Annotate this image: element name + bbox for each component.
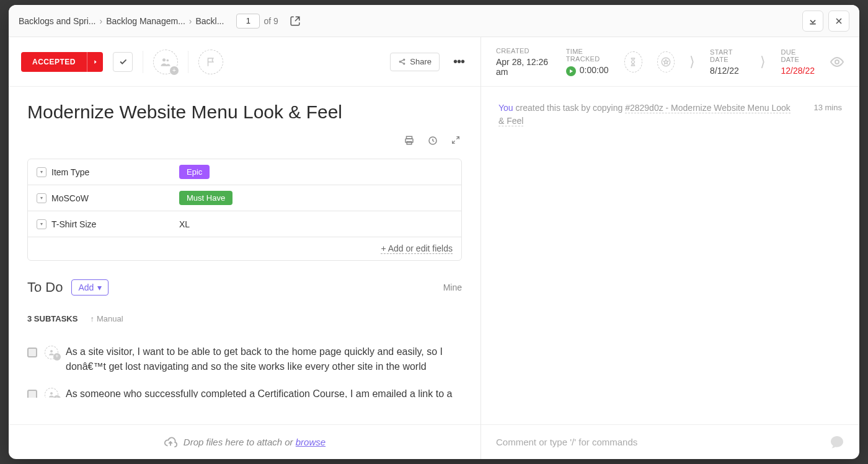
caret-down-icon: ▾ (97, 282, 102, 292)
subtask-status-checkbox[interactable] (27, 348, 37, 357)
svg-point-0 (162, 58, 166, 61)
todo-header: To Do Add ▾ Mine (27, 279, 462, 295)
breadcrumb: Backlogs and Spri... › Backlog Managem..… (19, 16, 224, 26)
svg-point-3 (404, 59, 405, 60)
divider-angle: ⟩ (689, 54, 695, 70)
status-next-icon[interactable] (87, 52, 103, 72)
arrow-up-icon: ↑ (90, 314, 94, 323)
svg-point-9 (50, 350, 53, 352)
svg-point-10 (50, 392, 53, 395)
subtask-assign-button[interactable]: + (45, 388, 58, 398)
activity-item: You created this task by copying #2829d0… (498, 102, 842, 128)
task-modal: Backlogs and Spri... › Backlog Managem..… (9, 5, 859, 459)
subtask-title[interactable]: As a site visitor, I want to be able to … (66, 344, 462, 374)
expand-icon[interactable] (451, 135, 462, 146)
subtask-row: + As someone who successfully completed … (27, 380, 462, 398)
add-subtask-button[interactable]: Add ▾ (71, 279, 108, 295)
start-date-value: 8/12/22 (710, 66, 745, 76)
field-value-pill: Epic (179, 165, 210, 179)
custom-fields-table: ▾ Item Type Epic ▾ MoSCoW Must (27, 159, 462, 261)
field-label: Item Type (51, 167, 89, 177)
field-value-pill: Must Have (179, 191, 232, 205)
plus-icon: + (53, 353, 61, 361)
open-new-icon[interactable] (290, 15, 301, 27)
subtasks-meta: 3 SUBTASKS ↑ Manual (27, 314, 462, 323)
status-button[interactable]: ACCEPTED (21, 52, 103, 72)
created-block: CREATED Apr 28, 12:26 am (496, 47, 551, 77)
subtasks-count: 3 SUBTASKS (27, 314, 78, 323)
share-label: Share (410, 57, 432, 66)
comment-input[interactable] (496, 437, 822, 447)
activity-text: created this task by copying (513, 103, 626, 113)
print-icon[interactable] (404, 135, 415, 146)
field-row-tshirt[interactable]: ▾ T-Shirt Size XL (28, 211, 461, 237)
sprint-points-button[interactable] (657, 51, 675, 72)
attachments-dropzone[interactable]: Drop files here to attach or browse (9, 424, 480, 459)
comment-bar (481, 424, 859, 459)
complete-check-button[interactable] (113, 52, 133, 72)
top-bar: Backlogs and Spri... › Backlog Managem..… (9, 5, 859, 37)
due-date-value: 12/28/22 (781, 66, 815, 76)
field-row-moscow[interactable]: ▾ MoSCoW Must Have (28, 185, 461, 211)
watch-icon[interactable] (830, 55, 844, 69)
chevron-right-icon: › (100, 16, 103, 26)
time-tracked-block[interactable]: TIME TRACKED 0:00:00 (566, 48, 609, 76)
svg-point-2 (399, 61, 401, 62)
close-button[interactable] (828, 11, 849, 32)
dropdown-icon: ▾ (37, 219, 46, 229)
created-value: Apr 28, 12:26 am (496, 57, 551, 77)
browse-link[interactable]: browse (296, 437, 326, 447)
activity-feed: You created this task by copying #2829d0… (481, 87, 859, 424)
left-toolbar: ACCEPTED + (9, 37, 480, 87)
plus-icon: + (53, 395, 61, 398)
due-date-block[interactable]: DUE DATE 12/28/22 (781, 48, 815, 76)
created-label: CREATED (496, 47, 551, 55)
svg-point-1 (167, 59, 169, 61)
add-edit-fields-link[interactable]: + Add or edit fields (381, 243, 453, 254)
subtask-title[interactable]: As someone who successfully completed a … (66, 387, 462, 398)
page-total: of 9 (264, 16, 278, 26)
activity-time: 13 mins (801, 102, 842, 114)
time-value: 0:00:00 (566, 65, 609, 76)
crumb-2[interactable]: Backl... (195, 16, 224, 26)
time-label: TIME TRACKED (566, 48, 609, 63)
assign-people-button[interactable]: + (153, 50, 178, 74)
estimate-button[interactable] (624, 51, 642, 72)
svg-point-4 (404, 63, 405, 64)
field-label: T-Shirt Size (51, 219, 96, 229)
field-row-item-type[interactable]: ▾ Item Type Epic (28, 159, 461, 185)
dropzone-text: Drop files here to attach or browse (184, 437, 326, 447)
divider-angle: ⟩ (760, 54, 766, 70)
play-icon[interactable] (566, 66, 576, 76)
page-current[interactable]: 1 (236, 14, 260, 28)
minimize-button[interactable] (802, 11, 823, 32)
task-title[interactable]: Modernize Website Menu Look & Feel (27, 102, 462, 123)
crumb-1[interactable]: Backlog Managem... (106, 16, 185, 26)
page-indicator: 1 of 9 (236, 14, 278, 28)
subtask-row: + As a site visitor, I want to be able t… (27, 338, 462, 380)
divider (143, 51, 143, 73)
status-label: ACCEPTED (21, 52, 87, 72)
fields-footer: + Add or edit fields (28, 237, 461, 260)
divider (188, 51, 188, 73)
crumb-0[interactable]: Backlogs and Spri... (19, 16, 96, 26)
start-date-block[interactable]: START DATE 8/12/22 (710, 48, 745, 76)
chevron-right-icon: › (189, 16, 192, 26)
subtask-assign-button[interactable]: + (45, 346, 58, 359)
more-menu-button[interactable]: ••• (450, 55, 468, 69)
dropdown-icon: ▾ (37, 167, 46, 177)
add-label: Add (78, 282, 94, 292)
field-label: MoSCoW (51, 193, 89, 203)
subtask-status-checkbox[interactable] (27, 390, 37, 398)
task-content: Modernize Website Menu Look & Feel (9, 87, 480, 424)
priority-flag-button[interactable] (198, 50, 223, 74)
sort-button[interactable]: ↑ Manual (90, 314, 123, 323)
task-meta-bar: CREATED Apr 28, 12:26 am TIME TRACKED 0:… (481, 37, 859, 87)
task-right-pane: CREATED Apr 28, 12:26 am TIME TRACKED 0:… (481, 37, 859, 459)
history-icon[interactable] (427, 135, 438, 146)
share-button[interactable]: Share (390, 53, 440, 71)
mine-filter[interactable]: Mine (443, 282, 462, 292)
todo-title: To Do (27, 279, 63, 295)
send-icon[interactable] (830, 435, 844, 450)
title-actions (27, 128, 462, 159)
